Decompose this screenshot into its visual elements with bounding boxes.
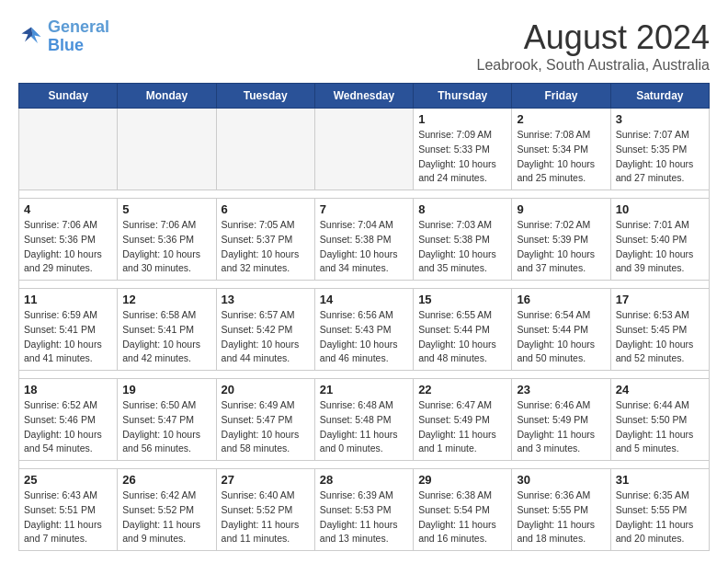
logo-icon <box>18 24 44 50</box>
week-row-1: 1Sunrise: 7:09 AM Sunset: 5:33 PM Daylig… <box>19 109 710 190</box>
calendar-cell <box>118 109 216 190</box>
day-number: 26 <box>122 473 210 487</box>
day-info: Sunrise: 6:36 AM Sunset: 5:55 PM Dayligh… <box>517 488 605 546</box>
day-info: Sunrise: 6:47 AM Sunset: 5:49 PM Dayligh… <box>418 398 506 456</box>
day-info: Sunrise: 6:52 AM Sunset: 5:46 PM Dayligh… <box>24 398 112 456</box>
day-number: 31 <box>616 473 704 487</box>
calendar-cell <box>19 109 118 190</box>
day-header-thursday: Thursday <box>414 84 512 109</box>
calendar-cell <box>216 109 314 190</box>
day-number: 8 <box>418 202 506 216</box>
day-header-wednesday: Wednesday <box>314 84 413 109</box>
day-info: Sunrise: 7:03 AM Sunset: 5:38 PM Dayligh… <box>418 218 506 276</box>
day-info: Sunrise: 6:57 AM Sunset: 5:42 PM Dayligh… <box>222 308 310 366</box>
day-info: Sunrise: 6:35 AM Sunset: 5:55 PM Dayligh… <box>616 488 704 546</box>
day-number: 16 <box>517 293 605 306</box>
calendar-cell <box>314 109 413 190</box>
calendar-cell: 27Sunrise: 6:40 AM Sunset: 5:52 PM Dayli… <box>216 469 314 551</box>
day-number: 2 <box>517 112 605 126</box>
day-number: 29 <box>418 473 506 487</box>
month-title: August 2024 <box>477 18 711 57</box>
calendar-cell: 13Sunrise: 6:57 AM Sunset: 5:42 PM Dayli… <box>216 289 314 371</box>
day-info: Sunrise: 6:55 AM Sunset: 5:44 PM Dayligh… <box>418 308 506 366</box>
day-number: 25 <box>24 473 112 487</box>
day-info: Sunrise: 7:01 AM Sunset: 5:40 PM Dayligh… <box>616 218 704 276</box>
calendar-cell: 2Sunrise: 7:08 AM Sunset: 5:34 PM Daylig… <box>512 109 610 190</box>
row-spacer <box>19 190 710 199</box>
calendar-cell: 11Sunrise: 6:59 AM Sunset: 5:41 PM Dayli… <box>19 289 118 371</box>
day-number: 7 <box>320 202 408 216</box>
calendar-cell: 1Sunrise: 7:09 AM Sunset: 5:33 PM Daylig… <box>414 109 512 190</box>
calendar-cell: 17Sunrise: 6:53 AM Sunset: 5:45 PM Dayli… <box>610 289 709 371</box>
week-row-4: 18Sunrise: 6:52 AM Sunset: 5:46 PM Dayli… <box>19 379 710 461</box>
calendar-cell: 15Sunrise: 6:55 AM Sunset: 5:44 PM Dayli… <box>414 289 512 371</box>
calendar-header-row: SundayMondayTuesdayWednesdayThursdayFrid… <box>19 84 710 109</box>
calendar-cell: 31Sunrise: 6:35 AM Sunset: 5:55 PM Dayli… <box>610 469 709 551</box>
week-row-2: 4Sunrise: 7:06 AM Sunset: 5:36 PM Daylig… <box>19 199 710 281</box>
day-info: Sunrise: 7:07 AM Sunset: 5:35 PM Dayligh… <box>616 128 704 186</box>
day-info: Sunrise: 6:59 AM Sunset: 5:41 PM Dayligh… <box>24 308 112 366</box>
day-number: 10 <box>616 202 704 216</box>
day-header-sunday: Sunday <box>19 84 118 109</box>
day-info: Sunrise: 6:53 AM Sunset: 5:45 PM Dayligh… <box>616 308 704 366</box>
calendar-cell: 22Sunrise: 6:47 AM Sunset: 5:49 PM Dayli… <box>414 379 512 461</box>
day-header-friday: Friday <box>512 84 610 109</box>
day-number: 9 <box>517 202 605 216</box>
calendar-cell: 14Sunrise: 6:56 AM Sunset: 5:43 PM Dayli… <box>314 289 413 371</box>
day-info: Sunrise: 6:46 AM Sunset: 5:49 PM Dayligh… <box>517 398 605 456</box>
day-info: Sunrise: 6:42 AM Sunset: 5:52 PM Dayligh… <box>122 488 210 546</box>
day-info: Sunrise: 6:56 AM Sunset: 5:43 PM Dayligh… <box>320 308 408 366</box>
day-header-saturday: Saturday <box>610 84 709 109</box>
day-info: Sunrise: 6:58 AM Sunset: 5:41 PM Dayligh… <box>122 308 210 366</box>
day-info: Sunrise: 7:06 AM Sunset: 5:36 PM Dayligh… <box>24 218 112 276</box>
calendar-cell: 21Sunrise: 6:48 AM Sunset: 5:48 PM Dayli… <box>314 379 413 461</box>
calendar-cell: 7Sunrise: 7:04 AM Sunset: 5:38 PM Daylig… <box>314 199 413 281</box>
day-number: 28 <box>320 473 408 487</box>
day-info: Sunrise: 6:54 AM Sunset: 5:44 PM Dayligh… <box>517 308 605 366</box>
calendar-cell: 26Sunrise: 6:42 AM Sunset: 5:52 PM Dayli… <box>118 469 216 551</box>
calendar-cell: 29Sunrise: 6:38 AM Sunset: 5:54 PM Dayli… <box>414 469 512 551</box>
week-row-5: 25Sunrise: 6:43 AM Sunset: 5:51 PM Dayli… <box>19 469 710 551</box>
day-info: Sunrise: 6:40 AM Sunset: 5:52 PM Dayligh… <box>222 488 310 546</box>
day-info: Sunrise: 7:06 AM Sunset: 5:36 PM Dayligh… <box>122 218 210 276</box>
logo: General Blue <box>18 18 109 55</box>
day-number: 27 <box>222 473 310 487</box>
day-number: 19 <box>122 383 210 396</box>
title-block: August 2024 Leabrook, South Australia, A… <box>477 18 711 74</box>
day-number: 21 <box>320 383 408 396</box>
calendar-cell: 23Sunrise: 6:46 AM Sunset: 5:49 PM Dayli… <box>512 379 610 461</box>
day-info: Sunrise: 6:48 AM Sunset: 5:48 PM Dayligh… <box>320 398 408 456</box>
row-spacer <box>19 461 710 469</box>
day-number: 24 <box>616 383 704 396</box>
calendar-cell: 19Sunrise: 6:50 AM Sunset: 5:47 PM Dayli… <box>118 379 216 461</box>
day-info: Sunrise: 7:02 AM Sunset: 5:39 PM Dayligh… <box>517 218 605 276</box>
day-header-monday: Monday <box>118 84 216 109</box>
day-number: 1 <box>418 112 506 126</box>
day-number: 3 <box>616 112 704 126</box>
day-info: Sunrise: 6:49 AM Sunset: 5:47 PM Dayligh… <box>222 398 310 456</box>
calendar-cell: 3Sunrise: 7:07 AM Sunset: 5:35 PM Daylig… <box>610 109 709 190</box>
day-info: Sunrise: 6:38 AM Sunset: 5:54 PM Dayligh… <box>418 488 506 546</box>
day-number: 15 <box>418 293 506 306</box>
day-number: 13 <box>222 293 310 306</box>
calendar-cell: 4Sunrise: 7:06 AM Sunset: 5:36 PM Daylig… <box>19 199 118 281</box>
calendar-cell: 18Sunrise: 6:52 AM Sunset: 5:46 PM Dayli… <box>19 379 118 461</box>
day-number: 5 <box>122 202 210 216</box>
day-number: 6 <box>222 202 310 216</box>
logo-text: General Blue <box>48 18 109 55</box>
calendar-cell: 6Sunrise: 7:05 AM Sunset: 5:37 PM Daylig… <box>216 199 314 281</box>
calendar-cell: 30Sunrise: 6:36 AM Sunset: 5:55 PM Dayli… <box>512 469 610 551</box>
row-spacer <box>19 371 710 379</box>
calendar-cell: 24Sunrise: 6:44 AM Sunset: 5:50 PM Dayli… <box>610 379 709 461</box>
day-number: 30 <box>517 473 605 487</box>
calendar-cell: 16Sunrise: 6:54 AM Sunset: 5:44 PM Dayli… <box>512 289 610 371</box>
row-spacer <box>19 281 710 289</box>
day-number: 22 <box>418 383 506 396</box>
day-number: 18 <box>24 383 112 396</box>
calendar-cell: 12Sunrise: 6:58 AM Sunset: 5:41 PM Dayli… <box>118 289 216 371</box>
day-number: 11 <box>24 293 112 306</box>
svg-marker-1 <box>22 27 33 41</box>
day-number: 12 <box>122 293 210 306</box>
day-number: 4 <box>24 202 112 216</box>
day-info: Sunrise: 6:43 AM Sunset: 5:51 PM Dayligh… <box>24 488 112 546</box>
